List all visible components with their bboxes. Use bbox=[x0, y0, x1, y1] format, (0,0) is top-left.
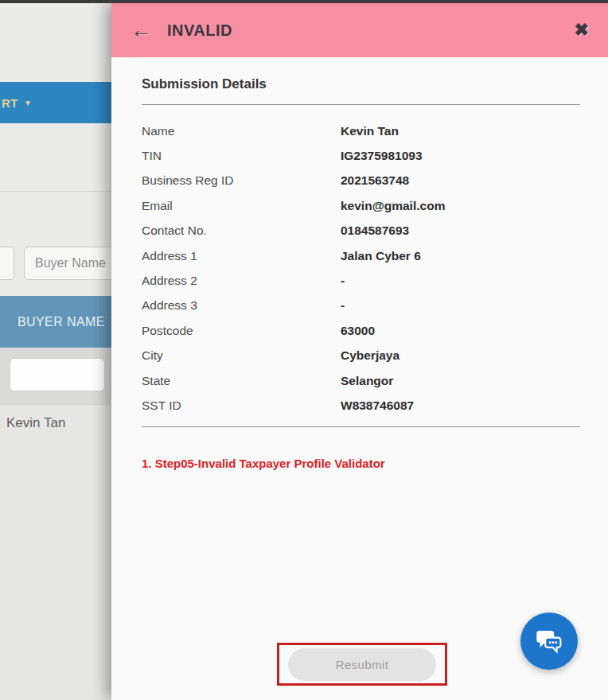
detail-row: NameKevin Tan bbox=[142, 119, 580, 143]
detail-row: CityCyberjaya bbox=[142, 344, 580, 368]
chat-fab-button[interactable] bbox=[520, 612, 578, 670]
validation-error-message: 1. Step05-Invalid Taxpayer Profile Valid… bbox=[142, 457, 580, 470]
resubmit-button[interactable]: Resubmit bbox=[288, 648, 436, 681]
field-label: State bbox=[142, 374, 341, 388]
field-value: Kevin Tan bbox=[341, 124, 399, 138]
table-cell-buyer-name: Kevin Tan bbox=[6, 415, 65, 431]
field-label: Email bbox=[142, 199, 341, 213]
field-value: 0184587693 bbox=[341, 224, 409, 238]
modal-header: ← INVALID ✖ bbox=[111, 3, 608, 57]
export-dropdown-label: RT bbox=[2, 96, 18, 110]
field-value: - bbox=[341, 298, 345, 313]
detail-row: Business Reg ID2021563748 bbox=[142, 169, 580, 193]
detail-row: SST IDW838746087 bbox=[142, 393, 580, 418]
detail-row: StateSelangor bbox=[142, 368, 580, 393]
field-label: Address 1 bbox=[142, 249, 341, 263]
back-arrow-icon[interactable]: ← bbox=[131, 20, 152, 41]
field-value: W838746087 bbox=[341, 399, 414, 413]
column-search-input[interactable] bbox=[10, 358, 105, 391]
detail-row: Emailkevin@gmail.com bbox=[142, 193, 580, 218]
field-label: Address 3 bbox=[142, 298, 341, 313]
divider-top bbox=[142, 104, 580, 105]
close-icon[interactable]: ✖ bbox=[575, 21, 589, 39]
chat-icon bbox=[532, 624, 566, 658]
divider-bottom bbox=[142, 426, 580, 427]
detail-row: Address 3- bbox=[142, 294, 580, 318]
background-page: RT ▼ BUYER NAME Kevin Tan bbox=[0, 3, 111, 700]
resubmit-annotation-box: Resubmit bbox=[277, 643, 447, 686]
column-header-label: BUYER NAME bbox=[18, 315, 105, 329]
field-value: kevin@gmail.com bbox=[341, 199, 445, 213]
modal-body: Submission Details NameKevin Tan TINIG23… bbox=[111, 57, 608, 700]
field-value: Cyberjaya bbox=[341, 348, 399, 363]
detail-row: Postcode63000 bbox=[142, 318, 580, 343]
buyer-name-filter-input[interactable] bbox=[24, 247, 123, 280]
field-label: City bbox=[142, 348, 341, 363]
field-label: Contact No. bbox=[142, 224, 341, 238]
field-label: Address 2 bbox=[142, 274, 341, 288]
field-label: TIN bbox=[142, 149, 341, 163]
filter-input-partial[interactable] bbox=[0, 247, 14, 280]
field-value: 63000 bbox=[341, 324, 375, 338]
detail-row: TINIG2375981093 bbox=[142, 143, 580, 168]
section-divider bbox=[0, 191, 111, 192]
submission-details-modal: ← INVALID ✖ Submission Details NameKevin… bbox=[111, 3, 608, 700]
modal-title: INVALID bbox=[167, 21, 232, 40]
chevron-down-icon: ▼ bbox=[24, 99, 32, 107]
details-list: NameKevin Tan TINIG2375981093 Business R… bbox=[142, 119, 580, 418]
field-value: Selangor bbox=[341, 374, 393, 388]
field-label: Name bbox=[142, 124, 341, 138]
buyer-name-column-header[interactable]: BUYER NAME bbox=[0, 296, 111, 348]
field-label: Business Reg ID bbox=[142, 173, 341, 188]
detail-row: Address 1Jalan Cyber 6 bbox=[142, 243, 580, 268]
field-value: - bbox=[341, 274, 345, 288]
page-background: RT ▼ BUYER NAME Kevin Tan ← INVALID ✖ Su… bbox=[0, 0, 608, 700]
section-title: Submission Details bbox=[142, 57, 580, 92]
top-dark-bar bbox=[0, 0, 608, 3]
field-value: 2021563748 bbox=[341, 173, 409, 188]
field-value: IG2375981093 bbox=[341, 149, 423, 163]
field-value: Jalan Cyber 6 bbox=[341, 249, 421, 263]
export-dropdown-button[interactable]: RT ▼ bbox=[0, 82, 111, 123]
field-label: Postcode bbox=[142, 324, 341, 338]
field-label: SST ID bbox=[142, 399, 341, 413]
table-body-area bbox=[0, 405, 111, 700]
detail-row: Address 2- bbox=[142, 268, 580, 293]
detail-row: Contact No.0184587693 bbox=[142, 219, 580, 243]
